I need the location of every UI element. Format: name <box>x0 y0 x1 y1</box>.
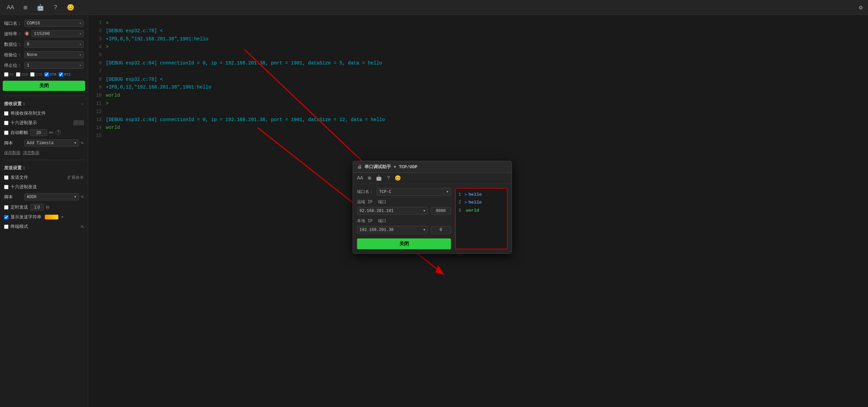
line-number: 15 <box>94 132 102 140</box>
script-edit-icon[interactable]: ✎ <box>81 140 84 146</box>
port-row: 端口名： COM16 ▾ <box>3 19 85 27</box>
color-indicator <box>45 215 58 219</box>
hex-display-checkbox[interactable] <box>4 121 8 125</box>
modal-aa-icon[interactable]: AA <box>357 175 363 181</box>
stopbits-row: 停止位： 1 ▾ <box>3 61 85 70</box>
expand-cmd-label: 扩展命令 <box>67 175 84 180</box>
port-select[interactable]: COM16 ▾ <box>24 20 84 27</box>
help-icon[interactable]: ? <box>52 3 59 12</box>
settings-icon[interactable]: ⚙ <box>859 4 863 11</box>
monitor-line: 4> <box>94 43 863 51</box>
save-file-checkbox[interactable] <box>4 111 8 116</box>
tcp-line-text: hello <box>469 198 482 206</box>
parity-select[interactable]: None ▾ <box>24 51 84 58</box>
seconds-label: 秒 <box>46 205 50 210</box>
line-number: 6 <box>94 59 102 67</box>
modal-toolbar: AA ⊞ 🤖 ? 😊 <box>353 173 512 184</box>
tcp-line-num: 2 <box>458 198 463 206</box>
line-content: +IPD,0,5,"192.168.201.38",1901:hello <box>106 35 863 43</box>
modal-help-icon[interactable]: ? <box>387 175 390 181</box>
tcp-line-num: 3 <box>458 207 463 214</box>
script-select[interactable]: Add Timesta ▾ <box>24 139 79 147</box>
monitor-line: 9+IPD,0,12,"192.168.201.38",1901:hello <box>94 83 863 92</box>
modal-left-panel: 端口名： TCP-C ▾ 远端 IP 端口 <box>357 188 451 249</box>
modal-emoji-icon[interactable]: 😊 <box>395 175 401 181</box>
line-content <box>106 132 863 140</box>
modal-grid-icon[interactable]: ⊞ <box>368 175 371 181</box>
font-icon[interactable]: AA <box>5 3 16 12</box>
line-content: [DEBUG esp32.c:84] connectionId = 0, ip … <box>106 59 863 67</box>
tcp-line: 3world <box>458 207 504 214</box>
hex-send-checkbox[interactable] <box>4 185 8 189</box>
baud-row: 波特率： 🔇 115200 ▾ <box>3 30 85 38</box>
baud-select[interactable]: 115200 ▾ <box>32 30 84 37</box>
modal-body: 端口名： TCP-C ▾ 远端 IP 端口 <box>353 184 512 253</box>
help-question-icon[interactable]: ? <box>56 130 61 135</box>
close-port-button[interactable]: 关闭 <box>3 81 85 91</box>
modal-remote-ip-select[interactable]: 92.168.201.181 ▾ <box>357 207 428 215</box>
monitor-line: 2[DEBUG esp32.c:78] < <box>94 27 863 35</box>
grid-icon[interactable]: ⊞ <box>22 2 29 13</box>
line-content: [DEBUG esp32.c:84] connectionId = 0, ip … <box>106 116 863 124</box>
line-number: 13 <box>94 116 102 124</box>
clear-data-button[interactable]: 清空数据 <box>23 150 39 156</box>
rts-checkbox[interactable] <box>59 72 63 77</box>
modal-local-ip-label: 本地 IP <box>357 218 374 224</box>
star-icon[interactable]: ☆ <box>81 101 84 107</box>
modal-title-icon: 🖨 <box>357 164 362 170</box>
dtr-checkbox[interactable] <box>44 72 49 77</box>
modal-port-select[interactable]: TCP-C ▾ <box>377 188 451 196</box>
line-content: world <box>106 92 863 100</box>
line-number: 10 <box>94 92 102 100</box>
modal-close-button[interactable]: 关闭 <box>357 238 451 249</box>
timed-send-label: 定时发送 <box>11 204 28 210</box>
modal-remote-port-label: 端口 <box>378 199 386 205</box>
modal-local-ip-select[interactable]: 192.168.201.38 ▾ <box>357 226 428 234</box>
send-file-row: 发送文件 扩展命令 <box>3 174 85 181</box>
ri-checkbox[interactable] <box>4 72 8 77</box>
line-content: +IPD,0,12,"192.168.201.38",1901:hello <box>106 83 863 92</box>
show-send-checkbox[interactable] <box>4 215 8 219</box>
modal-local-port-label: 端口 <box>378 218 386 224</box>
cts-checkbox[interactable] <box>30 72 35 77</box>
tcp-line-text: world <box>466 207 479 214</box>
stopbits-select[interactable]: 1 ▾ <box>24 62 84 69</box>
line-content: > <box>106 100 863 108</box>
auto-frame-checkbox[interactable] <box>4 131 8 135</box>
tcp-line-text: hello <box>469 191 482 198</box>
modal-remote-port-input[interactable]: 8080 <box>431 207 451 215</box>
dsr-checkbox[interactable] <box>16 72 20 77</box>
parity-label: 校验位： <box>4 52 22 58</box>
databits-select[interactable]: 8 ▾ <box>24 41 84 48</box>
emoji-icon[interactable]: 😊 <box>65 2 76 13</box>
modal-local-port-input[interactable]: 0 <box>431 226 451 234</box>
data-actions-row: 保存数据 清空数据 <box>3 149 85 156</box>
hex-send-label: 十六进制发送 <box>11 184 37 190</box>
line-number: 2 <box>94 27 102 35</box>
modal-local-row: 192.168.201.38 ▾ 0 <box>357 226 451 234</box>
line-number: 7 <box>94 67 102 76</box>
color-arrow[interactable]: ▾ <box>61 214 64 220</box>
line-content <box>106 51 863 59</box>
line-number: 3 <box>94 35 102 43</box>
save-data-button[interactable]: 保存数据 <box>4 150 20 156</box>
timed-send-checkbox[interactable] <box>4 205 8 210</box>
line-content: [DEBUG esp32.c:78] < <box>106 76 863 84</box>
send-file-checkbox[interactable] <box>4 175 8 180</box>
monitor-line: 15 <box>94 132 863 140</box>
monitor-line: 11> <box>94 100 863 108</box>
line-number: 12 <box>94 108 102 116</box>
line-content: « <box>106 19 863 27</box>
line-content: world <box>106 124 863 132</box>
send-script-edit-icon[interactable]: ✎ <box>81 194 84 200</box>
modal-robot-icon[interactable]: 🤖 <box>376 175 382 181</box>
auto-frame-input[interactable] <box>30 129 47 136</box>
terminal-mode-checkbox[interactable] <box>4 225 8 229</box>
terminal-edit-icon[interactable]: ✎ <box>81 224 84 230</box>
monitor-line: 7 <box>94 67 863 76</box>
face-icon[interactable]: 🤖 <box>35 2 45 13</box>
send-script-select[interactable]: ADD8 ▾ <box>24 193 79 200</box>
script-row: 脚本 Add Timesta ▾ ✎ <box>3 139 85 147</box>
timed-send-input[interactable] <box>30 204 44 211</box>
tcp-line-num: 1 <box>458 191 463 198</box>
